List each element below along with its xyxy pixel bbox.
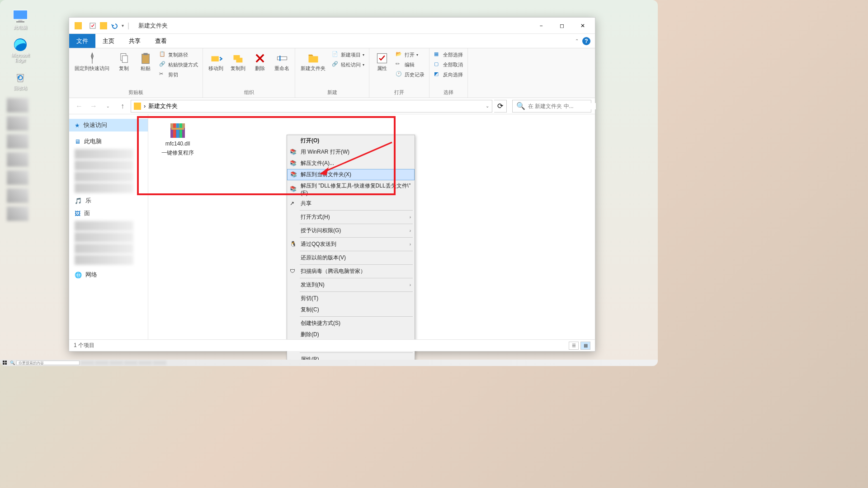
ctx-create-shortcut[interactable]: 创建快捷方式(S) bbox=[287, 318, 415, 329]
ctx-extract-to[interactable]: 📚解压到 "DLL修复工具-快速修复DLL丢失文件\"(E) bbox=[287, 180, 415, 198]
ribbon-group-label: 组织 bbox=[206, 88, 292, 97]
selectnone-button[interactable]: ▢全部取消 bbox=[432, 60, 465, 69]
ctx-winrar-open[interactable]: 📚用 WinRAR 打开(W) bbox=[287, 146, 415, 158]
desktop-icon-thispc[interactable]: 此电脑 bbox=[7, 9, 34, 31]
ribbon-group-label: 选择 bbox=[432, 88, 465, 97]
invertselect-button[interactable]: ◩反向选择 bbox=[432, 70, 465, 79]
ctx-cut[interactable]: 剪切(T) bbox=[287, 293, 415, 304]
ctx-extract-here[interactable]: 📚解压到当前文件夹(X) bbox=[287, 169, 415, 180]
taskbar-app[interactable] bbox=[109, 361, 123, 365]
maximize-button[interactable]: ◻ bbox=[552, 19, 572, 33]
newitem-button[interactable]: 📄新建项目▾ bbox=[330, 50, 366, 59]
nav-music[interactable]: 🎵 乐 bbox=[69, 194, 148, 207]
copy-button[interactable]: 复制 bbox=[114, 50, 134, 73]
history-button[interactable]: 🕐历史记录 bbox=[394, 70, 426, 79]
nav-pane: ★ 快速访问 🖥 此电脑 🎵 乐 🖼 面 bbox=[69, 114, 148, 339]
start-button[interactable] bbox=[2, 360, 8, 366]
ctx-extract-files[interactable]: 📚解压文件(A)... bbox=[287, 158, 415, 169]
ctx-delete[interactable]: 删除(D) bbox=[287, 329, 415, 340]
nav-quickaccess[interactable]: ★ 快速访问 bbox=[69, 119, 148, 131]
copypath-button[interactable]: 📋复制路径 bbox=[157, 50, 200, 59]
share-icon: ↗ bbox=[290, 200, 297, 207]
icons-view-button[interactable]: ▦ bbox=[580, 342, 590, 350]
taskbar-app[interactable] bbox=[153, 361, 166, 365]
help-icon[interactable]: ? bbox=[582, 37, 590, 45]
cut-button[interactable]: ✂剪切 bbox=[157, 70, 200, 79]
winrar-icon: 📚 bbox=[290, 186, 297, 193]
refresh-button[interactable]: ⟳ bbox=[494, 100, 507, 113]
copyto-button[interactable]: 复制到 bbox=[228, 50, 248, 73]
recent-button[interactable]: ⌄ bbox=[102, 100, 114, 113]
ctx-open[interactable]: 打开(O) bbox=[287, 135, 415, 146]
newfolder-icon[interactable] bbox=[100, 22, 107, 29]
back-button[interactable]: ← bbox=[73, 100, 85, 113]
tab-home[interactable]: 主页 bbox=[95, 34, 122, 48]
taskbar-search[interactable]: 你要搜索的内容 bbox=[16, 361, 80, 365]
nav-thispc[interactable]: 🖥 此电脑 bbox=[69, 135, 148, 148]
close-button[interactable]: ✕ bbox=[572, 19, 593, 33]
search-input[interactable] bbox=[528, 103, 596, 109]
svg-rect-2 bbox=[16, 21, 24, 22]
moveto-button[interactable]: 移动到 bbox=[206, 50, 226, 73]
search-box[interactable]: 🔍 bbox=[512, 100, 591, 113]
ctx-open-with[interactable]: 打开方式(H)› bbox=[287, 211, 415, 223]
status-bar: 1 个项目 ☰ ▦ bbox=[69, 339, 595, 351]
details-view-button[interactable]: ☰ bbox=[569, 342, 579, 350]
easyaccess-button[interactable]: 🔗轻松访问▾ bbox=[330, 60, 366, 69]
qq-icon: 🐧 bbox=[290, 241, 297, 248]
taskbar-app[interactable] bbox=[95, 361, 108, 365]
winrar-icon: 📚 bbox=[290, 160, 297, 167]
collapse-ribbon-icon[interactable]: ⌃ bbox=[575, 38, 579, 43]
pin-quickaccess-button[interactable]: 固定到快速访问 bbox=[72, 50, 112, 73]
ctx-share[interactable]: ↗共享 bbox=[287, 198, 415, 209]
svg-rect-0 bbox=[13, 10, 28, 19]
icon-blurred bbox=[7, 206, 28, 221]
desktop-icon: 🖼 bbox=[75, 210, 80, 217]
icon-blurred bbox=[7, 188, 28, 203]
nav-network[interactable]: 🌐 网络 bbox=[69, 268, 148, 281]
selectall-button[interactable]: ▦全部选择 bbox=[432, 50, 465, 59]
properties-button[interactable]: 属性 bbox=[372, 50, 392, 73]
paste-button[interactable]: 粘贴 bbox=[136, 50, 156, 73]
open-button[interactable]: 📂打开▾ bbox=[394, 50, 426, 59]
dropdown-icon[interactable]: ⌄ bbox=[486, 103, 489, 108]
breadcrumb[interactable]: › 新建文件夹 ⌄ bbox=[131, 100, 492, 113]
svg-rect-9 bbox=[143, 53, 147, 55]
tab-share[interactable]: 共享 bbox=[122, 34, 148, 48]
ctx-grant-access[interactable]: 授予访问权限(G)› bbox=[287, 225, 415, 236]
tab-file[interactable]: 文件 bbox=[69, 34, 95, 48]
edit-button[interactable]: ✏编辑 bbox=[394, 60, 426, 69]
network-icon: 🌐 bbox=[75, 272, 82, 278]
taskbar-app[interactable] bbox=[80, 361, 94, 365]
up-button[interactable]: ↑ bbox=[116, 100, 129, 113]
icon-blurred bbox=[7, 170, 28, 185]
taskbar-app[interactable] bbox=[138, 361, 152, 365]
paste-shortcut-button[interactable]: 🔗粘贴快捷方式 bbox=[157, 60, 200, 69]
svg-rect-22 bbox=[171, 128, 184, 130]
tab-view[interactable]: 查看 bbox=[148, 34, 174, 48]
newfolder-button[interactable]: 新建文件夹 bbox=[298, 50, 328, 73]
ctx-scan-virus[interactable]: 🛡扫描病毒（腾讯电脑管家） bbox=[287, 266, 415, 277]
minimize-button[interactable]: − bbox=[531, 19, 552, 33]
desktop-icon-recycle[interactable]: 回收站 bbox=[7, 70, 34, 91]
ctx-send-to[interactable]: 发送到(N)› bbox=[287, 279, 415, 291]
undo-icon[interactable] bbox=[111, 22, 118, 29]
nav-desktop[interactable]: 🖼 面 bbox=[69, 207, 148, 220]
ctx-qq-send[interactable]: 🐧通过QQ发送到› bbox=[287, 239, 415, 250]
music-icon: 🎵 bbox=[75, 197, 82, 204]
rename-button[interactable]: 重命名 bbox=[272, 50, 292, 73]
properties-icon[interactable] bbox=[89, 22, 96, 29]
content-area[interactable]: mfc140.dll 一键修复程序 打开(O) 📚用 WinRAR 打开(W) … bbox=[148, 114, 595, 339]
taskbar-app[interactable] bbox=[124, 361, 137, 365]
search-icon[interactable]: 🔍 bbox=[9, 361, 15, 365]
desktop-icon-edge[interactable]: Microsoft Edge bbox=[7, 38, 34, 63]
ctx-restore-prev[interactable]: 还原以前的版本(V) bbox=[287, 252, 415, 263]
qat-dropdown-icon[interactable]: ▾ bbox=[122, 23, 124, 28]
icon-blurred bbox=[7, 116, 28, 131]
file-item-rar[interactable]: mfc140.dll 一键修复程序 bbox=[157, 119, 198, 158]
breadcrumb-path[interactable]: 新建文件夹 bbox=[148, 102, 178, 110]
forward-button[interactable]: → bbox=[87, 100, 100, 113]
ctx-copy[interactable]: 复制(C) bbox=[287, 304, 415, 315]
svg-rect-13 bbox=[277, 57, 287, 60]
delete-button[interactable]: 删除 bbox=[250, 50, 270, 73]
